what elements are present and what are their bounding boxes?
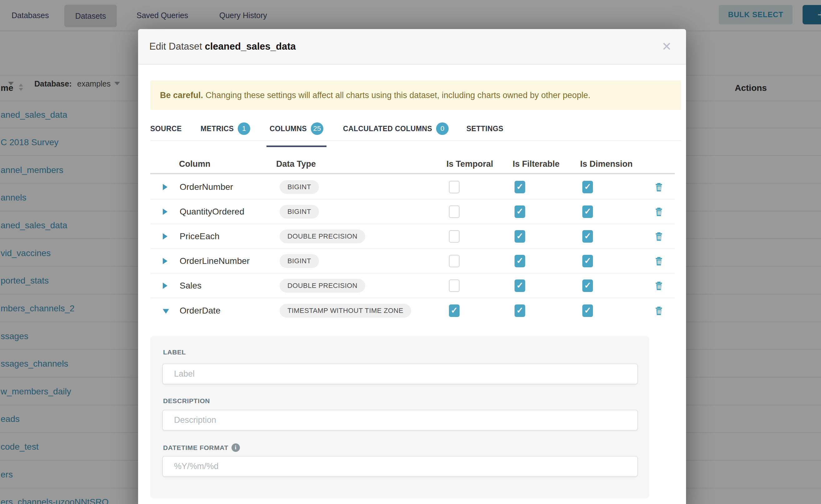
tab-calculated-columns[interactable]: CALCULATED COLUMNS0	[340, 122, 452, 135]
is-dimension-checkbox[interactable]: ✓	[582, 255, 593, 267]
is-temporal-checkbox[interactable]: ✓	[449, 205, 460, 218]
is-temporal-checkbox[interactable]: ✓	[449, 230, 460, 243]
data-type-pill: DOUBLE PRECISION	[279, 230, 365, 243]
delete-column-icon[interactable]	[655, 256, 663, 266]
modal-title: Edit Dataset cleaned_sales_data	[149, 41, 296, 52]
is-filterable-checkbox[interactable]: ✓	[515, 304, 525, 317]
divider	[150, 173, 675, 174]
is-dimension-header: Is Dimension	[580, 159, 633, 169]
check-icon: ✓	[584, 183, 591, 191]
is-filterable-header: Is Filterable	[513, 159, 560, 169]
check-icon: ✓	[584, 257, 591, 265]
is-temporal-header: Is Temporal	[447, 159, 493, 169]
warning-bold-text: Be careful.	[160, 91, 203, 100]
is-temporal-checkbox[interactable]: ✓	[449, 304, 460, 317]
check-icon: ✓	[517, 257, 524, 265]
data-type-header: Data Type	[276, 159, 316, 169]
delete-column-icon[interactable]	[655, 281, 663, 290]
is-filterable-checkbox[interactable]: ✓	[515, 279, 525, 292]
description-input[interactable]	[162, 410, 638, 431]
edit-dataset-modal: Edit Dataset cleaned_sales_data ✕ Be car…	[138, 29, 686, 504]
data-type-pill: BIGINT	[279, 205, 319, 219]
table-row-expanded: OrderDate TIMESTAMP WITHOUT TIME ZONE ✓ …	[150, 298, 675, 323]
data-type-pill: TIMESTAMP WITHOUT TIME ZONE	[279, 304, 411, 318]
close-icon[interactable]: ✕	[662, 41, 672, 52]
check-icon: ✓	[451, 306, 458, 315]
is-filterable-checkbox[interactable]: ✓	[515, 205, 525, 218]
is-dimension-checkbox[interactable]: ✓	[582, 205, 593, 218]
check-icon: ✓	[584, 281, 591, 290]
table-row: QuantityOrdered BIGINT ✓ ✓ ✓	[150, 200, 675, 224]
check-icon: ✓	[517, 281, 524, 290]
description-section-title: DESCRIPTION	[163, 397, 210, 405]
expand-caret-icon[interactable]	[163, 209, 167, 215]
column-name: Sales	[180, 281, 201, 291]
check-icon: ✓	[584, 207, 591, 216]
calculated-columns-count-badge: 0	[436, 122, 449, 135]
columns-table: OrderNumber BIGINT ✓ ✓ ✓ QuantityOrdered…	[150, 175, 675, 323]
check-icon: ✓	[517, 183, 524, 191]
is-filterable-checkbox[interactable]: ✓	[515, 181, 525, 193]
tab-source[interactable]: SOURCE	[147, 125, 185, 133]
tab-columns[interactable]: COLUMNS25	[266, 122, 326, 135]
delete-column-icon[interactable]	[655, 306, 663, 315]
tab-metrics[interactable]: METRICS1	[197, 122, 253, 135]
delete-column-icon[interactable]	[655, 182, 663, 192]
modal-title-prefix: Edit Dataset	[149, 41, 202, 52]
is-dimension-checkbox[interactable]: ✓	[582, 181, 593, 193]
label-input[interactable]	[162, 363, 638, 384]
check-icon: ✓	[517, 207, 524, 216]
column-name: OrderLineNumber	[180, 256, 250, 266]
expand-caret-icon[interactable]	[163, 233, 167, 240]
warning-text: Changing these settings will affect all …	[205, 91, 591, 100]
is-temporal-checkbox[interactable]: ✓	[449, 255, 460, 267]
is-filterable-checkbox[interactable]: ✓	[515, 255, 525, 267]
table-row: Sales DOUBLE PRECISION ✓ ✓ ✓	[150, 274, 675, 298]
check-icon: ✓	[517, 232, 524, 240]
is-dimension-checkbox[interactable]: ✓	[582, 230, 593, 243]
columns-count-badge: 25	[311, 122, 323, 135]
is-temporal-checkbox[interactable]: ✓	[449, 181, 460, 193]
column-name: QuantityOrdered	[180, 207, 244, 217]
column-name: OrderNumber	[180, 182, 233, 192]
expand-caret-icon[interactable]	[163, 184, 167, 190]
column-header: Column	[179, 159, 210, 169]
check-icon: ✓	[584, 232, 591, 240]
divider	[150, 140, 681, 141]
column-detail-panel: LABEL DESCRIPTION DATETIME FORMAT i	[150, 336, 649, 498]
table-row: PriceEach DOUBLE PRECISION ✓ ✓ ✓	[150, 224, 675, 249]
column-name: PriceEach	[180, 231, 220, 241]
modal-dataset-name: cleaned_sales_data	[205, 41, 296, 52]
check-icon: ✓	[584, 306, 591, 315]
datetime-format-input[interactable]	[162, 456, 638, 477]
is-dimension-checkbox[interactable]: ✓	[582, 304, 593, 317]
warning-banner: Be careful. Changing these settings will…	[150, 81, 681, 110]
datetime-format-section-title: DATETIME FORMAT i	[163, 443, 240, 452]
expand-caret-icon[interactable]	[163, 283, 167, 289]
info-icon[interactable]: i	[231, 443, 240, 452]
is-filterable-checkbox[interactable]: ✓	[515, 230, 525, 243]
modal-header: Edit Dataset cleaned_sales_data ✕	[138, 29, 686, 65]
label-section-title: LABEL	[163, 348, 186, 356]
is-dimension-checkbox[interactable]: ✓	[582, 279, 593, 292]
check-icon: ✓	[517, 306, 524, 315]
is-temporal-checkbox[interactable]: ✓	[449, 279, 460, 292]
column-name: OrderDate	[180, 306, 220, 316]
expand-caret-icon[interactable]	[163, 258, 167, 264]
tab-settings[interactable]: SETTINGS	[463, 125, 507, 133]
collapse-caret-icon[interactable]	[163, 309, 169, 314]
data-type-pill: BIGINT	[279, 180, 319, 194]
data-type-pill: DOUBLE PRECISION	[279, 279, 365, 293]
delete-column-icon[interactable]	[655, 232, 663, 241]
delete-column-icon[interactable]	[655, 207, 663, 216]
table-row: OrderLineNumber BIGINT ✓ ✓ ✓	[150, 249, 675, 274]
data-type-pill: BIGINT	[279, 254, 319, 268]
metrics-count-badge: 1	[238, 122, 250, 135]
table-row: OrderNumber BIGINT ✓ ✓ ✓	[150, 175, 675, 200]
